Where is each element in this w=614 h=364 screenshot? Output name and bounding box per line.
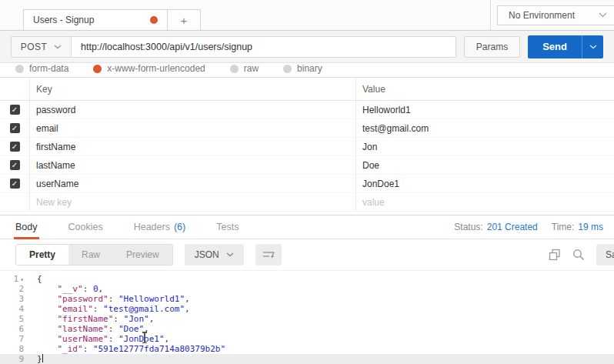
code-text: { — [29, 274, 42, 284]
kv-value-cell[interactable]: Helloworld1 — [355, 101, 614, 119]
kv-value-cell[interactable]: test@gmail.com — [355, 119, 614, 137]
line-number: 3 — [0, 294, 29, 304]
checkbox-checked[interactable]: ✓ — [10, 160, 20, 170]
response-meta: Status: 201 Created Time: 19 ms — [454, 222, 603, 232]
view-mode-preview[interactable]: Preview — [113, 245, 172, 265]
chevron-down-icon — [54, 45, 62, 49]
request-bar: POST http://localhost:3000/api/v1/users/… — [0, 31, 614, 63]
view-mode-raw[interactable]: Raw — [68, 245, 113, 265]
chevron-down-icon — [599, 12, 607, 18]
radio-label: form-data — [29, 63, 68, 74]
url-input[interactable]: http://localhost:3000/api/v1/users/signu… — [71, 36, 456, 58]
code-line: 9} — [0, 354, 614, 364]
new-key-input[interactable]: New key — [29, 193, 355, 211]
response-body-json[interactable]: 1▾{2 "__v": 0,3 "password": "Helloworld1… — [0, 271, 614, 364]
fold-arrow-icon[interactable]: ▾ — [20, 276, 24, 283]
radio-icon — [93, 65, 102, 73]
search-button[interactable] — [572, 249, 585, 261]
unsaved-indicator-dot — [150, 16, 158, 24]
urlencoded-editor: Key Value ✓passwordHelloworld1✓emailtest… — [0, 78, 614, 215]
response-section: BodyCookiesHeaders(6)Tests Status: 201 C… — [0, 215, 614, 364]
send-options-button[interactable] — [582, 35, 603, 58]
kv-key-cell[interactable]: lastName — [29, 156, 355, 174]
body-type-radio-raw[interactable]: raw — [230, 63, 259, 74]
send-button[interactable]: Send — [528, 35, 582, 58]
response-tab-tests[interactable]: Tests — [216, 215, 239, 239]
body-type-radio-binary[interactable]: binary — [283, 63, 322, 74]
kv-key-cell[interactable]: userName — [29, 175, 355, 192]
code-text: "firstName": "Jon", — [29, 314, 154, 324]
time-value[interactable]: 19 ms — [578, 222, 603, 232]
method-dropdown[interactable]: POST — [11, 36, 71, 58]
response-toolbar: PrettyRawPreview JSON — [0, 239, 614, 271]
kv-value-header: Value — [355, 78, 614, 100]
checkbox-checked[interactable]: ✓ — [10, 123, 20, 133]
response-toolbar-right: Sa — [549, 244, 614, 265]
request-tabs: Users - Signup + — [0, 0, 491, 30]
kv-new-row: New key value — [0, 193, 614, 212]
code-line: 8 "_id": "591e12777fda714a80379b2b" — [0, 344, 614, 354]
kv-row: ✓userNameJonDoe1 — [0, 175, 614, 193]
code-text: } — [29, 354, 43, 364]
body-type-radio-x-www-form-urlencoded[interactable]: x-www-form-urlencoded — [93, 63, 205, 74]
wrap-lines-button[interactable] — [255, 244, 282, 265]
line-number: 4 — [0, 304, 29, 314]
checkbox-checked[interactable]: ✓ — [10, 105, 20, 115]
mouse-text-cursor — [144, 332, 145, 343]
tab-bar: Users - Signup + No Environment — [0, 0, 614, 31]
send-split-button: Send — [528, 35, 603, 58]
kv-value-cell[interactable]: Jon — [355, 138, 614, 155]
kv-row: ✓lastNameDoe — [0, 156, 614, 175]
code-text: "userName": "JonDoe1", — [29, 334, 169, 344]
code-line: 2 "__v": 0, — [0, 284, 614, 294]
view-mode-pretty[interactable]: Pretty — [16, 245, 68, 265]
response-tab-label: Cookies — [68, 222, 103, 232]
time-label: Time: — [552, 222, 575, 232]
code-line: 7 "userName": "JonDoe1", — [0, 334, 614, 344]
code-text: "__v": 0, — [29, 284, 103, 294]
response-tab-headers[interactable]: Headers(6) — [134, 215, 186, 239]
code-text: "email": "test@gmail.com", — [29, 304, 190, 314]
kv-value-cell[interactable]: JonDoe1 — [355, 175, 614, 192]
new-tab-button[interactable]: + — [168, 9, 201, 30]
kv-key-cell[interactable]: email — [29, 119, 355, 137]
kv-key-cell[interactable]: password — [29, 101, 355, 119]
checkbox-checked[interactable]: ✓ — [10, 179, 20, 189]
checkbox-checked[interactable]: ✓ — [10, 142, 20, 152]
body-type-radio-form-data[interactable]: form-data — [15, 63, 68, 74]
new-value-input[interactable]: value — [355, 193, 614, 211]
response-tab-label: Headers — [134, 222, 170, 232]
code-text: "lastName": "Doe", — [29, 324, 149, 334]
params-button[interactable]: Params — [464, 36, 520, 58]
line-number: 7 — [0, 334, 29, 344]
response-tab-body[interactable]: Body — [15, 215, 38, 239]
code-text: "password": "Helloworld1", — [29, 294, 190, 304]
kv-value-cell[interactable]: Doe — [355, 156, 614, 174]
environment-area: No Environment — [491, 0, 614, 30]
line-number: 1▾ — [0, 274, 29, 284]
response-tab-label: Body — [15, 222, 38, 232]
code-text: "_id": "591e12777fda714a80379b2b" — [29, 344, 225, 354]
copy-button[interactable] — [549, 249, 561, 261]
radio-label: x-www-form-urlencoded — [107, 63, 205, 74]
radio-icon — [230, 65, 239, 73]
format-dropdown[interactable]: JSON — [185, 244, 244, 265]
status-value[interactable]: 201 Created — [487, 222, 538, 232]
method-label: POST — [21, 42, 48, 52]
line-number: 9 — [0, 354, 29, 364]
tab-users-signup[interactable]: Users - Signup — [23, 9, 168, 30]
environment-selector[interactable]: No Environment — [497, 5, 614, 25]
kv-row: ✓firstNameJon — [0, 138, 614, 156]
text-caret — [42, 354, 43, 362]
kv-key-cell[interactable]: firstName — [29, 138, 355, 155]
copy-icon — [549, 249, 561, 261]
headers-count-badge: (6) — [174, 222, 185, 232]
response-tab-cookies[interactable]: Cookies — [68, 215, 103, 239]
kv-key-header: Key — [29, 78, 355, 100]
kv-row: ✓passwordHelloworld1 — [0, 101, 614, 119]
chevron-down-icon — [589, 45, 597, 49]
kv-check-cell: ✓ — [0, 123, 29, 133]
search-icon — [572, 249, 585, 261]
save-response-button[interactable]: Sa — [596, 244, 614, 265]
view-mode-group: PrettyRawPreview — [15, 244, 173, 265]
